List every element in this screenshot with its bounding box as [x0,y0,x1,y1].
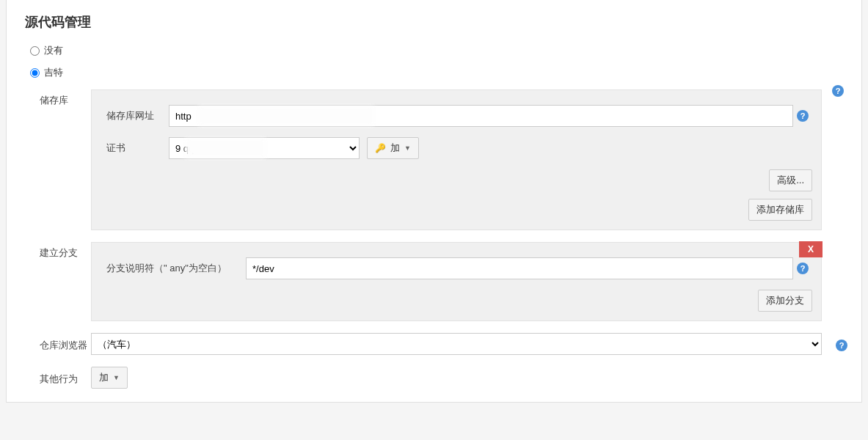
additional-label: 其他行为 [18,370,91,386]
credentials-label: 证书 [106,142,169,155]
add-behaviour-button[interactable]: 加 ▼ [91,367,128,389]
repo-browser-block: 仓库浏览器 （汽车） ? [18,327,854,361]
help-icon[interactable]: ? [797,110,809,122]
add-behaviour-label: 加 [99,371,109,384]
delete-branch-button[interactable]: X [799,241,823,257]
help-icon[interactable]: ? [797,263,809,274]
repo-url-row: 储存库网址 ? [106,105,812,127]
branch-specifier-label: 分支说明符（" any"为空白） [106,262,246,275]
help-icon[interactable]: ? [832,85,844,97]
add-credentials-button[interactable]: 🔑 加 ▼ [367,137,419,159]
repositories-label: 储存库 [18,89,91,107]
chevron-down-icon: ▼ [113,374,120,381]
repositories-block: 储存库 ? 储存库网址 ? 证书 [18,84,854,236]
repo-url-label: 储存库网址 [106,109,169,122]
add-repository-button[interactable]: 添加存储库 [748,199,812,221]
help-icon[interactable]: ? [836,340,847,351]
section-title: 源代码管理 [18,7,854,40]
branch-panel: X 分支说明符（" any"为空白） ? 添加分支 [91,242,822,321]
branches-label: 建立分支 [18,242,91,260]
scm-option-git[interactable]: 吉特 [18,62,854,84]
branch-specifier-input[interactable] [246,257,793,279]
add-branch-button[interactable]: 添加分支 [758,290,812,312]
scm-section: 源代码管理 没有 吉特 储存库 ? 储存库网址 ? [6,0,862,403]
repo-url-input[interactable] [169,105,793,127]
scm-radio-none[interactable] [30,46,40,56]
credentials-select[interactable]: 9 qq.com/****** [169,137,360,159]
repo-browser-select[interactable]: （汽车） [91,333,822,355]
branches-block: 建立分支 X 分支说明符（" any"为空白） ? 添加分支 [18,236,854,327]
repository-panel: 储存库网址 ? 证书 9 [91,89,822,230]
additional-block: 其他行为 加 ▼ [18,361,854,395]
advanced-button[interactable]: 高级... [769,169,812,191]
branch-specifier-row: 分支说明符（" any"为空白） ? [106,257,812,279]
scm-radio-git[interactable] [30,68,40,78]
add-credentials-label: 加 [390,142,400,155]
repo-browser-label: 仓库浏览器 [18,336,91,352]
scm-radio-git-label: 吉特 [44,66,63,79]
scm-option-none[interactable]: 没有 [18,40,854,62]
scm-radio-none-label: 没有 [44,44,63,57]
credentials-row: 证书 9 qq.com/****** 🔑 加 [106,137,812,159]
chevron-down-icon: ▼ [404,144,411,152]
key-icon: 🔑 [375,143,386,153]
